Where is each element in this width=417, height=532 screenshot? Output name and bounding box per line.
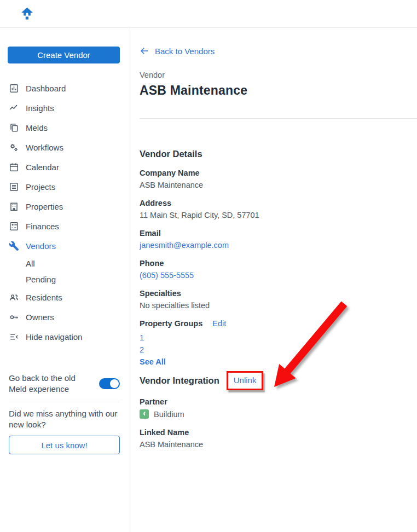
sidebar-subitem-pending[interactable]: Pending — [0, 271, 130, 287]
field-value: No specialties listed — [140, 301, 417, 310]
toggle-knob — [110, 379, 119, 388]
field-linked-name: Linked Name ASB Maintenance — [140, 428, 417, 449]
old-experience-toggle-row: Go back to the old Meld experience — [9, 373, 120, 395]
sidebar-item-label: Residents — [26, 293, 62, 302]
field-label: Company Name — [140, 169, 417, 177]
page-title: ASB Maintenance — [140, 83, 417, 98]
sidebar-item-label: Calendar — [26, 163, 59, 172]
field-label: Email — [140, 229, 417, 238]
sidebar-subitem-all[interactable]: All — [0, 256, 130, 271]
unlink-button[interactable]: Unlink — [234, 375, 257, 385]
insights-icon — [9, 103, 19, 113]
dashboard-icon — [9, 83, 19, 94]
sidebar-nav: Dashboard Insights Melds — [0, 78, 130, 346]
sidebar-item-workflows[interactable]: Workflows — [0, 137, 130, 157]
old-experience-toggle[interactable] — [99, 378, 120, 389]
owners-key-icon — [9, 312, 19, 322]
sidebar-item-melds[interactable]: Melds — [0, 118, 130, 137]
sidebar-subitem-label: All — [26, 259, 35, 268]
vendor-integration-row: Vendor Integration Unlink — [140, 371, 417, 390]
vendors-wrench-icon — [9, 241, 19, 251]
field-address: Address 11 Main St, Rapid City, SD, 5770… — [140, 199, 417, 219]
sidebar: Create Vendor Dashboard Insights Melds — [0, 28, 130, 532]
partner-label: Partner — [140, 397, 417, 406]
vendor-detail-main: Back to Vendors Vendor ASB Maintenance V… — [130, 28, 417, 532]
sidebar-item-hide-navigation[interactable]: Hide navigation — [0, 327, 130, 346]
title-divider — [140, 118, 417, 119]
unlink-highlight-box: Unlink — [227, 371, 264, 390]
sidebar-item-label: Properties — [26, 202, 63, 211]
feedback-question: Did we miss anything with our new look? — [9, 408, 120, 430]
field-value: ASB Maintenance — [140, 181, 417, 189]
property-groups-edit-link[interactable]: Edit — [212, 319, 226, 328]
vendor-details-heading: Vendor Details — [140, 149, 417, 159]
sidebar-item-projects[interactable]: Projects — [0, 177, 130, 196]
top-bar — [0, 0, 417, 28]
sidebar-item-calendar[interactable]: Calendar — [0, 157, 130, 177]
residents-icon — [9, 292, 19, 303]
sidebar-item-label: Hide navigation — [26, 332, 82, 342]
property-groups-links: 1 2 See All — [140, 332, 417, 368]
sidebar-item-vendors[interactable]: Vendors — [0, 236, 130, 256]
back-to-vendors-link[interactable]: Back to Vendors — [140, 46, 215, 56]
field-specialties: Specialties No specialties listed — [140, 289, 417, 310]
sidebar-footer: Go back to the old Meld experience Did w… — [0, 373, 130, 454]
sidebar-footer-divider — [9, 402, 120, 402]
sidebar-item-label: Dashboard — [26, 84, 66, 93]
field-value: 11 Main St, Rapid City, SD, 57701 — [140, 211, 417, 219]
sidebar-item-label: Finances — [26, 222, 59, 231]
sidebar-item-label: Vendors — [26, 241, 56, 251]
workflows-icon — [9, 142, 19, 153]
email-link[interactable]: janesmith@example.com — [140, 241, 229, 250]
field-label: Phone — [140, 259, 417, 268]
old-experience-toggle-label: Go back to the old Meld experience — [9, 373, 94, 395]
linked-name-value: ASB Maintenance — [140, 440, 417, 449]
projects-icon — [9, 182, 19, 192]
sidebar-item-residents[interactable]: Residents — [0, 287, 130, 307]
field-email: Email janesmith@example.com — [140, 229, 417, 250]
sidebar-item-owners[interactable]: Owners — [0, 307, 130, 327]
sidebar-subitem-label: Pending — [26, 275, 56, 284]
property-meld-logo-icon[interactable] — [20, 7, 34, 21]
sidebar-item-properties[interactable]: Properties — [0, 196, 130, 216]
calendar-icon — [9, 162, 19, 172]
property-groups-row: Property Groups Edit — [140, 319, 417, 328]
phone-link[interactable]: (605) 555-5555 — [140, 271, 194, 280]
buildium-icon — [140, 409, 149, 419]
field-label: Specialties — [140, 289, 417, 298]
partner-name: Buildium — [154, 410, 184, 419]
sidebar-item-label: Owners — [26, 313, 54, 322]
sidebar-item-label: Projects — [26, 182, 55, 192]
back-arrow-icon — [140, 46, 149, 56]
sidebar-item-dashboard[interactable]: Dashboard — [0, 78, 130, 98]
sidebar-item-insights[interactable]: Insights — [0, 98, 130, 118]
sidebar-item-label: Insights — [26, 103, 54, 113]
sidebar-item-finances[interactable]: Finances — [0, 216, 130, 236]
see-all-link[interactable]: See All — [140, 357, 166, 366]
let-us-know-button[interactable]: Let us know! — [9, 436, 120, 454]
back-link-label: Back to Vendors — [155, 47, 215, 56]
hide-navigation-icon — [9, 332, 19, 342]
field-company-name: Company Name ASB Maintenance — [140, 169, 417, 189]
property-group-link-1[interactable]: 1 — [140, 333, 144, 342]
melds-icon — [9, 123, 19, 133]
finances-icon — [9, 221, 19, 232]
property-group-link-2[interactable]: 2 — [140, 345, 144, 354]
sidebar-item-label: Workflows — [26, 143, 63, 152]
properties-icon — [9, 201, 19, 212]
field-partner: Partner Buildium — [140, 397, 417, 419]
vendor-integration-heading: Vendor Integration — [140, 375, 219, 386]
linked-name-label: Linked Name — [140, 428, 417, 437]
sidebar-item-label: Melds — [26, 123, 48, 132]
field-phone: Phone (605) 555-5555 — [140, 259, 417, 280]
field-label: Address — [140, 199, 417, 207]
property-groups-label: Property Groups — [140, 319, 202, 328]
vendor-eyebrow-label: Vendor — [140, 71, 417, 79]
create-vendor-button[interactable]: Create Vendor — [8, 47, 120, 63]
